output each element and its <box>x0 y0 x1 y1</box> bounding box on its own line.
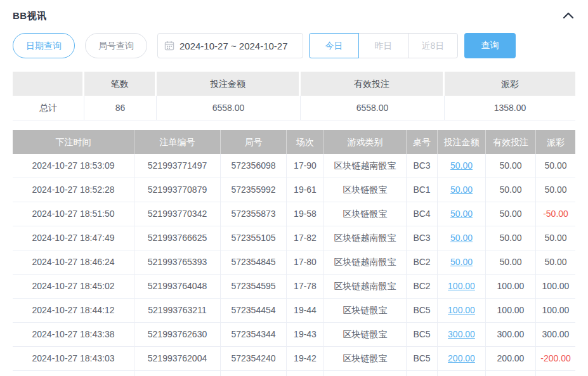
cell-payout: 300.00 <box>536 323 575 346</box>
cell-session: 19-42 <box>287 347 324 370</box>
cell-bet-amount: 100.00 <box>438 275 486 298</box>
bet-amount-link[interactable]: 50.00 <box>450 257 473 267</box>
cell-bet-time: 2024-10-27 18:44:12 <box>13 299 134 322</box>
cell-table-no: BC5 <box>407 299 438 322</box>
cell-bet-time: 2024-10-27 18:53:09 <box>13 154 134 178</box>
cell-valid-bet: 50.00 <box>486 178 536 202</box>
summary-total-bet-amount: 6558.00 <box>157 96 301 120</box>
records-body: 2024-10-27 18:53:09 521993771497 5723560… <box>13 154 575 371</box>
cell-table-no: BC1 <box>407 178 438 202</box>
cell-bet-amount: 50.00 <box>438 202 486 226</box>
date-range-picker[interactable]: 2024-10-27 ~ 2024-10-27 <box>157 33 303 58</box>
cell-round-no: 572355873 <box>221 202 287 226</box>
col-header-valid-bet: 有效投注 <box>486 130 536 154</box>
summary-total-payout: 1358.00 <box>445 96 575 120</box>
cell-payout: 100.00 <box>536 299 575 322</box>
table-row: 2024-10-27 18:43:03 521993762004 5723542… <box>13 347 575 371</box>
search-button[interactable]: 查询 <box>464 33 516 58</box>
cell-order-no: 521993763211 <box>134 299 221 322</box>
quick-range-last8days[interactable]: 近8日 <box>408 33 458 58</box>
cell-bet-amount: 50.00 <box>438 250 486 274</box>
records-header-row: 下注时间 注单编号 局号 场次 游戏类别 桌号 投注金额 有效投注 派彩 <box>13 130 575 154</box>
cell-payout: 50.00 <box>536 178 575 202</box>
cell-table-no: BC3 <box>407 226 438 250</box>
cell-valid-bet: 100.00 <box>486 275 536 298</box>
cell-payout: 50.00 <box>536 250 575 274</box>
cell-session: 17-90 <box>287 154 324 178</box>
bet-amount-link[interactable]: 50.00 <box>450 233 473 243</box>
cell-bet-amount: 50.00 <box>438 226 486 250</box>
tab-date-query[interactable]: 日期查询 <box>13 33 75 58</box>
col-header-payout: 派彩 <box>536 130 575 154</box>
col-header-table-no: 桌号 <box>407 130 438 154</box>
summary-header-row: 笔数 投注金额 有效投注 派彩 <box>13 72 575 96</box>
summary-header-valid-bet: 有效投注 <box>301 72 445 96</box>
cell-bet-amount: 50.00 <box>438 178 486 202</box>
cell-bet-time: 2024-10-27 18:45:02 <box>13 275 134 298</box>
cell-table-no: BC3 <box>407 154 438 178</box>
col-header-bet-amount: 投注金额 <box>438 130 486 154</box>
table-row: 2024-10-27 18:45:02 521993764048 5723545… <box>13 275 575 299</box>
table-row-partial <box>13 371 575 376</box>
bet-amount-link[interactable]: 200.00 <box>448 353 475 363</box>
summary-total-label: 总计 <box>13 96 84 120</box>
table-row: 2024-10-27 18:53:09 521993771497 5723560… <box>13 154 575 178</box>
bet-amount-link[interactable]: 100.00 <box>448 281 475 291</box>
tab-round-query[interactable]: 局号查询 <box>85 33 147 58</box>
cell-table-no: BC4 <box>407 202 438 226</box>
cell-round-no: 572354845 <box>221 250 287 274</box>
cell-bet-time: 2024-10-27 18:43:38 <box>13 323 134 346</box>
collapse-button[interactable] <box>561 9 575 23</box>
cell-game-type: 区块链越南骰宝 <box>324 226 407 250</box>
cell-valid-bet: 100.00 <box>486 299 536 322</box>
cell-valid-bet: 50.00 <box>486 226 536 250</box>
bet-amount-link[interactable]: 50.00 <box>450 209 473 219</box>
cell-order-no: 521993771497 <box>134 154 221 178</box>
table-row: 2024-10-27 18:44:12 521993763211 5723544… <box>13 299 575 323</box>
table-row: 2024-10-27 18:52:28 521993770879 5723559… <box>13 178 575 202</box>
summary-header-payout: 派彩 <box>445 72 575 96</box>
quick-range-group: 今日 昨日 近8日 <box>309 33 458 58</box>
bet-amount-link[interactable]: 50.00 <box>450 185 473 195</box>
cell-round-no: 572355992 <box>221 178 287 202</box>
quick-range-yesterday[interactable]: 昨日 <box>358 33 408 58</box>
cell-order-no: 521993770342 <box>134 202 221 226</box>
cell-game-type: 区块链骰宝 <box>324 202 407 226</box>
summary-header-blank <box>13 72 84 96</box>
bet-amount-link[interactable]: 100.00 <box>448 305 475 315</box>
cell-round-no: 572354240 <box>221 347 287 370</box>
cell-order-no: 521993764048 <box>134 275 221 298</box>
col-header-order-no: 注单编号 <box>134 130 221 154</box>
quick-range-today[interactable]: 今日 <box>309 33 359 58</box>
cell-valid-bet: 300.00 <box>486 323 536 346</box>
cell-session: 19-44 <box>287 299 324 322</box>
cell-round-no: 572356098 <box>221 154 287 178</box>
cell-round-no: 572354454 <box>221 299 287 322</box>
cell-game-type: 区块链越南骰宝 <box>324 154 407 178</box>
cell-payout: 50.00 <box>536 226 575 250</box>
cell-valid-bet: 50.00 <box>486 250 536 274</box>
cell-bet-amount: 300.00 <box>438 323 486 346</box>
table-row: 2024-10-27 18:43:38 521993762630 5723543… <box>13 323 575 347</box>
table-row: 2024-10-27 18:51:50 521993770342 5723558… <box>13 202 575 226</box>
panel-header: BB视讯 <box>13 0 575 24</box>
cell-game-type: 区块链越南骰宝 <box>324 250 407 274</box>
cell-payout: -50.00 <box>536 202 575 226</box>
cell-session: 19-58 <box>287 202 324 226</box>
summary-header-count: 笔数 <box>84 72 157 96</box>
cell-round-no: 572355105 <box>221 226 287 250</box>
cell-round-no: 572354344 <box>221 323 287 346</box>
cell-table-no: BC5 <box>407 323 438 346</box>
bet-amount-link[interactable]: 50.00 <box>450 160 473 171</box>
records-table: 下注时间 注单编号 局号 场次 游戏类别 桌号 投注金额 有效投注 派彩 202… <box>13 130 575 376</box>
cell-payout: -200.00 <box>536 347 575 370</box>
cell-table-no: BC5 <box>407 347 438 370</box>
bb-video-panel: BB视讯 日期查询 局号查询 2024-10-27 ~ 2024-10-27 <box>0 0 588 376</box>
col-header-round-no: 局号 <box>221 130 287 154</box>
cell-session: 19-61 <box>287 178 324 202</box>
cell-bet-time: 2024-10-27 18:52:28 <box>13 178 134 202</box>
bet-amount-link[interactable]: 300.00 <box>448 329 475 339</box>
cell-session: 17-78 <box>287 275 324 298</box>
cell-valid-bet: 200.00 <box>486 347 536 370</box>
cell-bet-time: 2024-10-27 18:47:49 <box>13 226 134 250</box>
